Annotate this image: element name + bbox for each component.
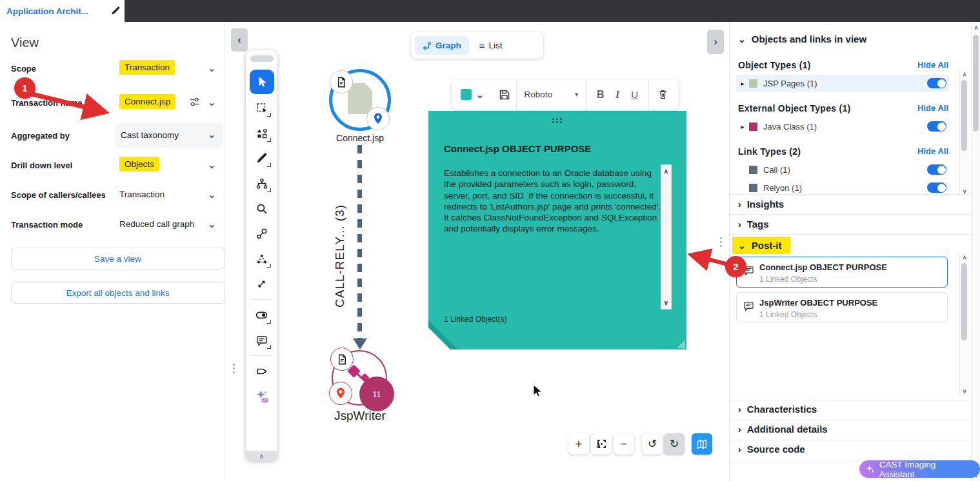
- save-view-button[interactable]: Save a view: [11, 248, 225, 270]
- shapes-tool[interactable]: [249, 122, 275, 144]
- edit-title-button[interactable]: [108, 4, 123, 18]
- section-additional-details[interactable]: › Additional details: [738, 424, 828, 435]
- section-tags[interactable]: › Tags: [738, 219, 769, 230]
- tag-tool[interactable]: [249, 360, 275, 382]
- right-panel-resize-handle[interactable]: [720, 237, 722, 247]
- section-insights[interactable]: › Insights: [738, 199, 784, 210]
- postit-card-jspwriter[interactable]: JspWriter OBJECT PURPOSE 1 Linked Object…: [736, 292, 948, 322]
- tab-graph[interactable]: Graph: [415, 36, 469, 55]
- chevron-down-icon[interactable]: ⌄: [208, 63, 216, 74]
- zoom-in-button[interactable]: +: [568, 433, 589, 455]
- row-java-class[interactable]: ▸ Java Class (1): [736, 118, 949, 135]
- chevron-down-icon[interactable]: ⌄: [208, 159, 216, 171]
- undo-button[interactable]: ↺: [642, 433, 663, 455]
- chevron-down-icon[interactable]: ⌄: [208, 129, 216, 141]
- minimap-button[interactable]: [692, 433, 712, 455]
- postit-resize-handle[interactable]: [674, 337, 685, 348]
- zoom-out-button[interactable]: −: [614, 433, 634, 455]
- transaction-mode-value[interactable]: Reduced call graph: [119, 219, 194, 229]
- section-characteristics[interactable]: › Characteristics: [738, 404, 817, 415]
- jsp-pages-swatch: [749, 79, 757, 88]
- share-links-tool[interactable]: [249, 222, 275, 245]
- bold-button[interactable]: B: [592, 89, 608, 101]
- relyon-toggle[interactable]: [927, 182, 946, 193]
- fit-view-button[interactable]: [591, 433, 612, 455]
- aggregated-by-value[interactable]: Cast taxonomy: [121, 130, 179, 140]
- cast-imaging-assistant-button[interactable]: CAST Imaging Assistant: [859, 460, 980, 478]
- left-panel-resize-handle[interactable]: [233, 364, 235, 373]
- palette-drag-handle[interactable]: [250, 55, 274, 62]
- font-family-dropdown[interactable]: Roboto ▾: [522, 90, 581, 99]
- collapse-left-panel-button[interactable]: ‹: [231, 28, 248, 52]
- draw-tool[interactable]: [249, 147, 275, 170]
- tab-list[interactable]: ≡ List: [472, 36, 510, 55]
- scroll-up-icon[interactable]: ∧: [960, 254, 969, 260]
- scroll-down-icon[interactable]: ∨: [661, 299, 671, 306]
- palette-collapse-button[interactable]: ∧: [246, 451, 277, 461]
- scope-value[interactable]: Transaction: [119, 60, 175, 75]
- expand-tool[interactable]: [249, 273, 275, 295]
- section-objects-links[interactable]: ⌄ Objects and links in view: [738, 34, 866, 44]
- italic-button[interactable]: I: [609, 89, 626, 101]
- chevron-down-icon[interactable]: ⌄: [208, 189, 216, 201]
- page-scrollbar[interactable]: ∧ ∨: [971, 22, 980, 481]
- chevron-right-icon: ›: [738, 199, 741, 210]
- node-count-badge[interactable]: 11: [359, 377, 394, 411]
- color-picker-button[interactable]: ⌄: [458, 89, 486, 100]
- expand-arrow-icon[interactable]: ▸: [736, 123, 749, 130]
- chevron-down-icon[interactable]: ⌄: [208, 97, 216, 108]
- scroll-up-icon[interactable]: ∧: [960, 71, 969, 77]
- section-source-code[interactable]: › Source code: [738, 444, 805, 455]
- edge-call-rely[interactable]: [357, 145, 362, 339]
- section-postit[interactable]: ⌄ Post-it: [732, 237, 790, 254]
- graph-layout-tool[interactable]: [249, 248, 275, 270]
- node-label-jspwriter[interactable]: JspWriter: [321, 409, 399, 423]
- java-class-toggle[interactable]: [927, 121, 946, 132]
- transaction-name-value[interactable]: Connect.jsp: [119, 94, 175, 109]
- drill-down-value[interactable]: Objects: [119, 157, 159, 172]
- node-location-badge[interactable]: [329, 382, 352, 405]
- objects-list-scrollbar[interactable]: ∧ ∨: [959, 70, 969, 196]
- underline-button[interactable]: U: [626, 89, 643, 100]
- palette-divider: [252, 299, 272, 300]
- postit-scrollbar[interactable]: ∧ ∨: [661, 164, 672, 309]
- postit-card-connect[interactable]: Connect.jsp OBJECT PURPOSE 1 Linked Obje…: [736, 257, 948, 288]
- call-toggle[interactable]: [927, 164, 946, 175]
- filter-sliders-icon[interactable]: [188, 95, 201, 111]
- node-location-badge[interactable]: [366, 107, 390, 130]
- scope-callers-value[interactable]: Transaction: [119, 190, 165, 199]
- delete-postit-button[interactable]: [654, 88, 672, 101]
- postit-note[interactable]: Connect.jsp OBJECT PURPOSE Establishes a…: [428, 111, 686, 349]
- save-postit-button[interactable]: [498, 88, 511, 101]
- annotation-step-2: 2: [725, 256, 746, 277]
- scroll-up-icon[interactable]: ∧: [661, 168, 671, 175]
- row-call[interactable]: Call (1): [736, 161, 949, 178]
- edge-label[interactable]: CALL-RELY... (3): [333, 153, 347, 308]
- chevron-down-icon[interactable]: ⌄: [208, 219, 216, 230]
- hierarchy-tool[interactable]: [249, 172, 275, 195]
- redo-button[interactable]: ↻: [664, 433, 685, 455]
- ai-assistant-tool[interactable]: AI: [249, 385, 275, 407]
- toggle-tool[interactable]: [249, 304, 275, 326]
- expand-arrow-icon[interactable]: ▸: [736, 80, 749, 87]
- list-icon: ≡: [479, 40, 485, 51]
- postit-drag-handle[interactable]: [552, 118, 563, 123]
- object-types-hide-all[interactable]: Hide All: [917, 60, 948, 70]
- node-label-connect-jsp[interactable]: Connect.jsp: [328, 133, 392, 143]
- app-title[interactable]: Application Archit...: [6, 0, 88, 22]
- search-tool[interactable]: [249, 197, 275, 220]
- row-jsp-pages[interactable]: ▸ JSP Pages (1): [736, 75, 949, 92]
- node-doc-badge[interactable]: [330, 348, 354, 371]
- pointer-tool[interactable]: [250, 70, 274, 94]
- jsp-pages-toggle[interactable]: [927, 78, 946, 88]
- marquee-select-tool[interactable]: [249, 97, 275, 119]
- scroll-down-icon[interactable]: ∨: [960, 388, 969, 395]
- node-doc-badge[interactable]: [330, 70, 353, 93]
- comment-tool[interactable]: [249, 329, 275, 351]
- postit-cards-scrollbar[interactable]: ∧ ∨: [959, 253, 969, 396]
- export-objects-button[interactable]: Export all objects and links: [11, 282, 225, 304]
- link-types-hide-all[interactable]: Hide All: [917, 146, 948, 156]
- collapse-right-panel-button[interactable]: ›: [707, 30, 724, 54]
- external-object-types-hide-all[interactable]: Hide All: [917, 103, 948, 113]
- scroll-up-icon[interactable]: ∧: [972, 25, 980, 31]
